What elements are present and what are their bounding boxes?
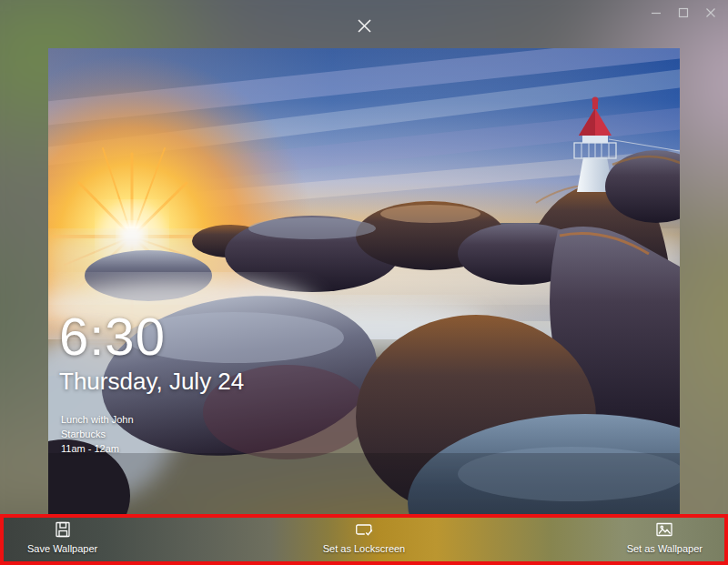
set-as-lockscreen-label: Set as Lockscreen [323, 543, 406, 555]
close-icon [705, 7, 716, 18]
save-wallpaper-label: Save Wallpaper [27, 543, 97, 555]
save-wallpaper-button[interactable]: Save Wallpaper [27, 520, 97, 560]
set-lockscreen-icon [354, 520, 374, 540]
lockscreen-clock: 6:30 Thursday, July 24 [59, 310, 244, 396]
minimize-icon [651, 7, 662, 18]
minimize-button[interactable] [642, 0, 670, 25]
set-wallpaper-icon [654, 520, 674, 540]
lighthouse-photo [48, 48, 680, 519]
set-as-lockscreen-button[interactable]: Set as Lockscreen [323, 520, 406, 560]
app-window: 6:30 Thursday, July 24 Lunch with John S… [0, 0, 728, 565]
maximize-button[interactable] [670, 0, 697, 25]
maximize-icon [678, 7, 689, 18]
calendar-event: Lunch with John Starbucks 11am - 12am [61, 412, 134, 456]
lockscreen-preview: 6:30 Thursday, July 24 Lunch with John S… [48, 48, 680, 519]
clock-time: 6:30 [59, 310, 244, 363]
event-title: Lunch with John [61, 412, 134, 427]
set-as-wallpaper-label: Set as Wallpaper [627, 543, 703, 555]
event-time-range: 11am - 12am [61, 441, 134, 456]
window-controls [642, 0, 724, 25]
set-as-wallpaper-button[interactable]: Set as Wallpaper [627, 520, 703, 560]
event-location: Starbucks [61, 427, 134, 441]
clock-date: Thursday, July 24 [59, 367, 244, 396]
titlebar [0, 0, 728, 29]
save-icon [53, 520, 73, 540]
command-bar: Save Wallpaper Set as Lockscreen Set as … [0, 514, 728, 565]
close-window-button[interactable] [697, 0, 724, 25]
